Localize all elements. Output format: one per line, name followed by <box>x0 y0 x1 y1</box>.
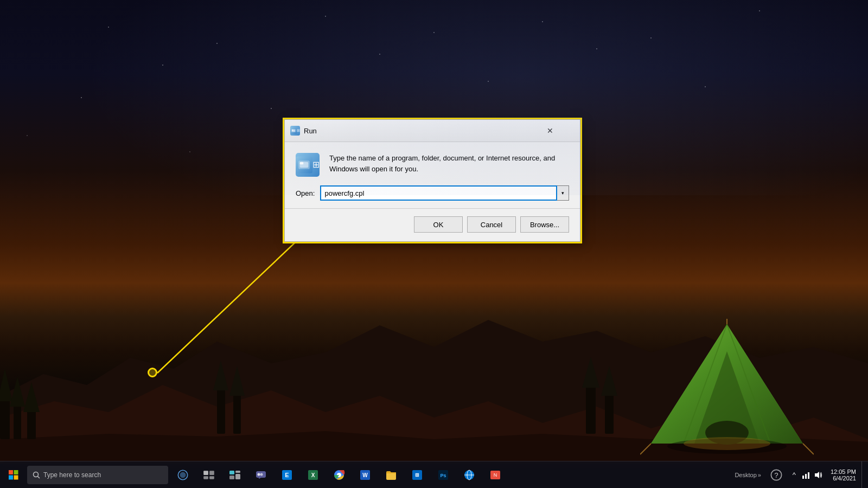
large-cancel-button[interactable]: Cancel <box>467 216 516 233</box>
word-icon: W <box>359 468 372 481</box>
large-buttons-row: OK Cancel Browse... <box>285 216 580 241</box>
help-button[interactable]: ? <box>767 461 786 489</box>
chevron-up-button[interactable]: ^ <box>789 470 799 480</box>
large-dropdown-btn[interactable]: ▾ <box>557 185 569 201</box>
large-ok-button[interactable]: OK <box>414 216 463 233</box>
svg-marker-14 <box>582 357 599 388</box>
taskbar-search-text: Type here to search <box>43 471 101 479</box>
news-button[interactable]: N <box>483 461 508 489</box>
excel-icon: X <box>307 468 320 481</box>
desktop-arrow: » <box>758 472 761 478</box>
svg-rect-88 <box>808 472 809 479</box>
svg-text:Ps: Ps <box>440 473 446 478</box>
cortana-icon <box>176 468 189 481</box>
svg-text:?: ? <box>774 471 778 479</box>
widgets-icon <box>228 468 241 481</box>
svg-rect-61 <box>235 474 240 479</box>
systray: ^ <box>787 470 825 480</box>
show-desktop-button[interactable] <box>861 461 865 489</box>
chat-button[interactable] <box>248 461 273 489</box>
svg-rect-54 <box>203 471 208 475</box>
desktop-label: Desktop <box>735 472 756 478</box>
app-icon-1: E <box>280 468 293 481</box>
svg-line-25 <box>803 444 814 454</box>
windows-logo-icon <box>9 470 18 480</box>
tent-svg <box>640 319 814 460</box>
svg-marker-12 <box>229 366 245 396</box>
svg-marker-65 <box>259 478 261 479</box>
svg-rect-59 <box>235 471 240 473</box>
svg-rect-45 <box>300 162 303 165</box>
svg-marker-6 <box>10 377 25 407</box>
ps-icon: Ps <box>437 468 450 481</box>
large-dialog-title: Run <box>304 127 317 135</box>
chat-icon <box>254 468 267 481</box>
start-button[interactable] <box>0 461 27 489</box>
large-open-row: Open: ▾ <box>285 185 580 208</box>
cortana-button[interactable] <box>170 461 195 489</box>
excel-button[interactable]: X <box>301 461 326 489</box>
svg-rect-60 <box>229 476 234 479</box>
large-content-icon <box>296 153 320 177</box>
svg-rect-74 <box>386 472 396 480</box>
taskbar-search-bar[interactable]: Type here to search <box>27 466 168 484</box>
store-button[interactable]: ⊞ <box>405 461 430 489</box>
store-icon: ⊞ <box>411 468 424 481</box>
svg-line-24 <box>640 444 651 454</box>
browser-button[interactable] <box>457 461 482 489</box>
svg-rect-11 <box>233 390 241 434</box>
svg-rect-57 <box>209 476 214 479</box>
search-icon <box>33 471 40 479</box>
taskbar: Type here to search <box>0 461 868 488</box>
widgets-2-button[interactable]: E <box>275 461 299 489</box>
svg-rect-7 <box>27 407 36 439</box>
svg-text:⊞: ⊞ <box>415 472 419 478</box>
ps-button[interactable]: Ps <box>431 461 456 489</box>
svg-rect-56 <box>203 476 208 479</box>
browser-icon <box>463 468 476 481</box>
svg-rect-58 <box>229 471 234 474</box>
news-icon: N <box>489 468 502 481</box>
help-icon: ? <box>770 468 783 481</box>
svg-rect-41 <box>292 130 293 131</box>
network-icon[interactable] <box>801 470 811 480</box>
svg-marker-89 <box>815 472 819 478</box>
taskbar-right: Desktop » ? ^ <box>730 461 868 489</box>
svg-text:N: N <box>494 472 497 478</box>
svg-rect-46 <box>9 470 13 474</box>
svg-point-53 <box>180 472 186 478</box>
clock-time: 12:05 PM <box>831 468 856 475</box>
run-dialog-large: Run ✕ Type the name of a program, folder… <box>284 119 580 242</box>
widgets-button[interactable] <box>222 461 247 489</box>
task-view-button[interactable] <box>196 461 221 489</box>
large-dialog-divider <box>285 208 580 209</box>
file-explorer-button[interactable] <box>379 461 404 489</box>
large-dialog-content: Type the name of a program, folder, docu… <box>285 142 580 185</box>
task-view-icon <box>202 468 215 481</box>
large-open-input[interactable] <box>320 185 557 201</box>
svg-rect-86 <box>802 476 804 479</box>
svg-text:E: E <box>285 472 289 478</box>
svg-marker-16 <box>601 366 617 396</box>
chrome-button[interactable] <box>327 461 352 489</box>
volume-icon[interactable] <box>813 470 823 480</box>
clock-date: 6/4/2021 <box>833 475 856 481</box>
svg-rect-47 <box>14 470 18 474</box>
svg-rect-3 <box>0 396 10 439</box>
svg-marker-8 <box>23 382 40 412</box>
svg-point-64 <box>260 473 263 476</box>
word-button[interactable]: W <box>353 461 378 489</box>
svg-text:X: X <box>311 472 315 478</box>
svg-rect-48 <box>9 475 13 479</box>
chrome-icon <box>333 468 346 481</box>
desktop-label-group[interactable]: Desktop » <box>730 472 765 478</box>
svg-rect-15 <box>605 390 614 434</box>
taskbar-clock[interactable]: 12:05 PM 6/4/2021 <box>826 468 860 481</box>
large-dialog-titlebar: Run ✕ <box>285 120 580 142</box>
svg-marker-10 <box>213 361 228 390</box>
large-close-button[interactable]: ✕ <box>526 124 575 137</box>
svg-point-63 <box>258 473 260 476</box>
large-browse-button[interactable]: Browse... <box>520 216 569 233</box>
large-description: Type the name of a program, folder, docu… <box>329 153 569 174</box>
svg-rect-13 <box>586 382 596 434</box>
